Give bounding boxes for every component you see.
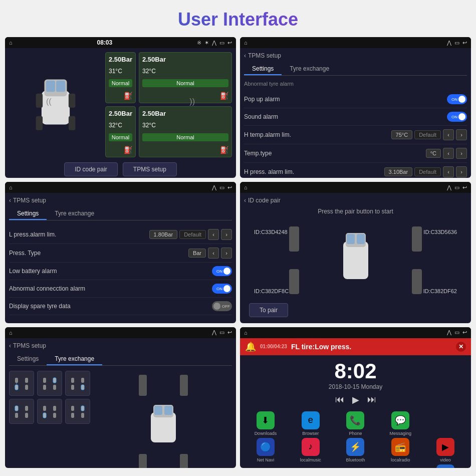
exchange-icon-1[interactable] <box>9 371 34 396</box>
app-net-navi[interactable]: 🔵 Net Navi <box>244 438 287 462</box>
h-press-prev[interactable]: ‹ <box>443 166 454 177</box>
tyre-rl-pressure: 2.50Bar <box>109 110 132 117</box>
h-temp-next[interactable]: › <box>456 129 467 140</box>
play-button[interactable]: ▶ <box>352 394 359 405</box>
alert-timer: 01:00/04:23 <box>260 344 287 349</box>
svg-rect-24 <box>81 385 84 390</box>
home-icon-4: ⌂ <box>244 184 248 190</box>
svg-rect-18 <box>53 378 56 383</box>
tyre-fr-pressure: 2.50Bar <box>142 56 228 63</box>
status-left-5: ⌂ <box>9 330 13 336</box>
tyre-rr: 2.50Bar 32°C Normal ⛽ <box>139 106 232 157</box>
tyre-fl-status: Normal <box>109 79 132 87</box>
press-type-prev[interactable]: ‹ <box>208 248 219 259</box>
app-local-music[interactable]: ♪ localmusic <box>289 438 332 462</box>
exchange-icon-2[interactable] <box>37 371 62 396</box>
app-bluetooth[interactable]: ⚡ Bluetooth <box>334 438 377 462</box>
tyre-pair-rl <box>289 269 299 294</box>
svg-rect-33 <box>71 406 74 411</box>
app-phone[interactable]: 📞 Phone <box>334 411 377 436</box>
tyre-fl-temp: 31°C <box>109 68 132 75</box>
h-temp-def: Default <box>414 130 441 139</box>
breadcrumb-label-5: TPMS setup <box>13 342 46 349</box>
app-browser[interactable]: e Browser <box>289 411 332 436</box>
pair-btn-container: To pair <box>244 299 467 317</box>
svg-rect-29 <box>43 406 46 411</box>
status-right-2: ⋀ ▭ ↩ <box>447 40 467 46</box>
media-date: 2018-10-15 Monday <box>329 383 382 390</box>
chevron-left-icon: ‹ <box>244 52 246 59</box>
tyre-pair-rr <box>412 269 422 294</box>
h-press-next[interactable]: › <box>456 166 467 177</box>
l-press-label: L press.alarm lim. <box>9 231 56 238</box>
prev-track-button[interactable]: ⏮ <box>335 394 344 405</box>
abnormal-conn-toggle[interactable] <box>212 284 232 294</box>
exchange-icon-3[interactable] <box>65 371 90 396</box>
status-left-6: ⌂ <box>244 330 248 336</box>
breadcrumb-4: ‹ ID code pair <box>244 197 467 204</box>
app-messaging[interactable]: 💬 Messaging <box>379 411 422 436</box>
l-press-prev[interactable]: ‹ <box>208 229 219 240</box>
toggle-circle-2 <box>458 113 465 120</box>
tpms-setup-button[interactable]: TPMS setup <box>123 162 177 176</box>
low-battery-toggle[interactable] <box>212 266 232 276</box>
tab-settings-2[interactable]: Settings <box>244 63 282 75</box>
exchange-icon-5[interactable] <box>37 399 62 424</box>
app-downloads[interactable]: ⬇ Downloads <box>244 411 287 436</box>
temp-type-next[interactable]: › <box>456 148 467 159</box>
svg-rect-4 <box>36 94 43 108</box>
press-type-next[interactable]: › <box>221 248 232 259</box>
exchange-icon-4[interactable] <box>9 399 34 424</box>
id-pair-content: ‹ ID code pair Press the pair button to … <box>240 193 471 321</box>
tab-tyre-exchange-3[interactable]: Tyre exchange <box>47 208 102 220</box>
chevron-left-icon-4: ‹ <box>244 197 246 204</box>
temp-type-prev[interactable]: ‹ <box>443 148 454 159</box>
spare-tyre-toggle[interactable] <box>212 301 232 311</box>
id-code-pair-button[interactable]: ID code pair <box>64 162 118 176</box>
setting-spare-tyre: Display spare tyre data <box>9 298 232 315</box>
tyre-fr-status: Normal <box>142 79 228 87</box>
svg-rect-5 <box>69 94 76 108</box>
svg-rect-14 <box>15 385 18 390</box>
app-local-radio[interactable]: 📻 localradio <box>379 438 422 462</box>
alert-close-button[interactable]: ✕ <box>456 342 466 352</box>
pair-instruction: Press the pair button to start <box>244 208 467 215</box>
exchange-pattern-1 <box>14 376 29 391</box>
tyre-fl-fuel: ⛽ <box>109 92 132 100</box>
setting-low-battery: Low battery alarm <box>9 263 232 280</box>
popup-alarm-toggle[interactable] <box>447 94 467 104</box>
exchange-pattern-2 <box>42 376 57 391</box>
status-left-4: ⌂ <box>244 184 248 190</box>
to-pair-button[interactable]: To pair <box>249 303 288 317</box>
next-track-button[interactable]: ⏭ <box>367 394 376 405</box>
h-temp-prev[interactable]: ‹ <box>443 129 454 140</box>
sound-alarm-toggle[interactable] <box>447 112 467 122</box>
chevron-left-icon-5: ‹ <box>9 342 11 349</box>
tab-settings-3[interactable]: Settings <box>9 208 47 220</box>
status-left-1: ⌂ <box>9 40 13 46</box>
setting-temp-type: Temp.type °C ‹ › <box>244 144 467 163</box>
tab-tyre-exchange-5[interactable]: Tyre exchange <box>47 353 102 365</box>
press-type-controls: Bar ‹ › <box>188 248 232 259</box>
app-grid-row2: 🔵 Net Navi ♪ localmusic ⚡ Bluetooth 📻 lo… <box>244 438 467 462</box>
app-grid-row3: ⚙ Car Settings <box>244 464 467 468</box>
h-temp-controls: 75°C Default ‹ › <box>391 129 467 140</box>
svg-rect-21 <box>71 378 74 383</box>
app-video[interactable]: ▶ video <box>424 438 467 462</box>
pair-car-area: ID:C33D4248 ID:C33D5636 ID:C382DF8C ID:C… <box>244 219 467 299</box>
phone-label: Phone <box>349 431 362 436</box>
back-icon-3: ↩ <box>227 184 232 191</box>
tab-tyre-exchange-2[interactable]: Tyre exchange <box>282 63 337 75</box>
status-bar-4: ⌂ ⋀ ▭ ↩ <box>240 182 471 193</box>
tab-settings-5[interactable]: Settings <box>9 353 47 365</box>
exchange-tyre-tr <box>180 375 188 396</box>
l-press-next[interactable]: › <box>221 229 232 240</box>
exchange-car-area <box>94 371 232 468</box>
back-icon-6: ↩ <box>462 329 467 336</box>
press-type-label: Press. Type <box>9 250 41 257</box>
window-icon-5: ▭ <box>219 329 224 336</box>
exchange-icon-6[interactable] <box>65 399 90 424</box>
breadcrumb-5: ‹ TPMS setup <box>9 342 232 349</box>
spare-tyre-label: Display spare tyre data <box>9 303 71 310</box>
app-car-settings[interactable]: ⚙ Car Settings <box>424 464 467 468</box>
